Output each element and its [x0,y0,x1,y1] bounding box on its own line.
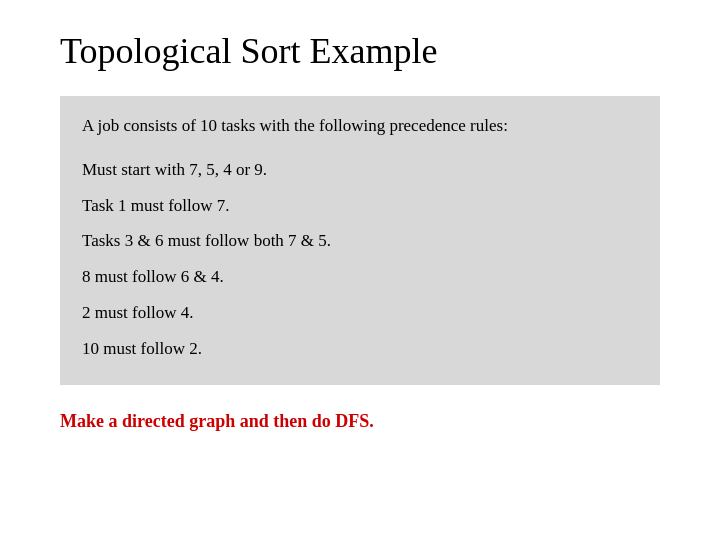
rule-item-5: 2 must follow 4. [82,295,638,331]
conclusion-text: Make a directed graph and then do DFS. [60,411,660,432]
rule-item-4: 8 must follow 6 & 4. [82,259,638,295]
rule-item-3: Tasks 3 & 6 must follow both 7 & 5. [82,223,638,259]
rules-box: A job consists of 10 tasks with the foll… [60,96,660,385]
page-title: Topological Sort Example [60,30,660,72]
rule-item-2: Task 1 must follow 7. [82,188,638,224]
page-container: Topological Sort Example A job consists … [0,0,720,540]
rule-item-6: 10 must follow 2. [82,331,638,367]
intro-text: A job consists of 10 tasks with the foll… [82,114,638,138]
rule-item-1: Must start with 7, 5, 4 or 9. [82,152,638,188]
